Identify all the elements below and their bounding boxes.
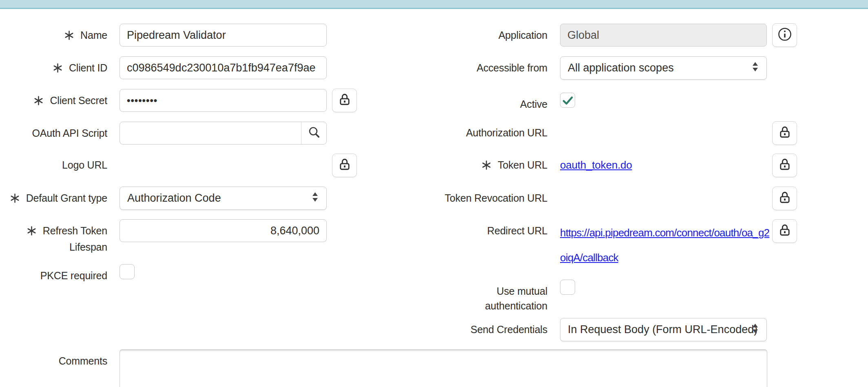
pkce-required-checkbox[interactable] (120, 264, 135, 279)
logo-url-lock-button[interactable] (332, 153, 357, 177)
refresh-token-lifespan-label: Refresh Token Lifespan (0, 219, 107, 254)
application-label: Application (433, 24, 547, 42)
redirect-url-link[interactable]: https://api.pipedream.com/connect/oauth/… (560, 219, 771, 270)
lock-icon (777, 223, 792, 239)
token-revocation-url-lock-button[interactable] (772, 187, 797, 210)
redirect-url-label: Redirect URL (433, 219, 547, 238)
use-mutual-authentication-checkbox[interactable] (560, 280, 575, 295)
checkmark-icon (561, 94, 574, 107)
lock-icon (777, 190, 792, 207)
lock-icon (337, 92, 352, 109)
application-input[interactable] (560, 24, 767, 47)
select-spinner-icon (752, 323, 758, 336)
required-asterisk-icon (27, 225, 37, 240)
use-mutual-authentication-label: Use mutual authentication (433, 280, 547, 313)
client-id-input[interactable] (120, 56, 327, 79)
required-asterisk-icon (10, 192, 20, 207)
redirect-url-lock-button[interactable] (772, 219, 797, 243)
send-credentials-select[interactable]: In Request Body (Form URL-Encoded) (560, 318, 767, 341)
client-id-label: Client ID (0, 56, 107, 77)
authorization-url-lock-button[interactable] (772, 121, 797, 145)
token-url-link[interactable]: oauth_token.do (560, 153, 632, 172)
active-checkbox[interactable] (560, 93, 575, 108)
lock-icon (777, 125, 792, 141)
lock-icon (777, 157, 792, 173)
lock-icon (337, 157, 352, 173)
default-grant-type-select[interactable]: Authorization Code (120, 187, 327, 210)
client-secret-label: Client Secret (0, 89, 107, 109)
accessible-from-select[interactable]: All application scopes (560, 56, 767, 80)
client-secret-input[interactable] (120, 89, 327, 112)
comments-textarea[interactable] (120, 349, 767, 387)
logo-url-label: Logo URL (0, 153, 107, 172)
info-icon (777, 27, 793, 44)
oauth-api-script-field (120, 122, 327, 145)
pkce-required-label: PKCE required (0, 264, 107, 283)
accessible-from-label: Accessible from (433, 56, 547, 75)
required-asterisk-icon (481, 159, 492, 174)
name-input[interactable] (120, 24, 327, 47)
oauth-application-registry-form: Name Client ID Client Secret OAuth API S… (0, 0, 868, 387)
active-label: Active (433, 93, 547, 111)
select-spinner-icon (312, 192, 318, 205)
select-spinner-icon (752, 62, 758, 75)
application-info-button[interactable] (772, 23, 797, 47)
search-icon (307, 125, 321, 141)
send-credentials-label: Send Credentials (433, 318, 547, 337)
required-asterisk-icon (53, 62, 63, 77)
name-label: Name (0, 24, 107, 44)
comments-label: Comments (0, 349, 107, 368)
form-header-band (0, 0, 868, 9)
required-asterisk-icon (33, 95, 44, 109)
required-asterisk-icon (64, 29, 74, 44)
oauth-api-script-input[interactable] (120, 122, 301, 144)
token-revocation-url-label: Token Revocation URL (433, 187, 547, 205)
authorization-url-label: Authorization URL (433, 121, 547, 140)
oauth-api-script-lookup-button[interactable] (301, 122, 326, 144)
refresh-token-lifespan-input[interactable] (120, 219, 327, 242)
oauth-api-script-label: OAuth API Script (0, 122, 107, 140)
token-url-label: Token URL (433, 153, 547, 174)
token-url-lock-button[interactable] (772, 153, 797, 177)
default-grant-type-label: Default Grant type (0, 187, 107, 207)
client-secret-lock-button[interactable] (332, 89, 357, 112)
